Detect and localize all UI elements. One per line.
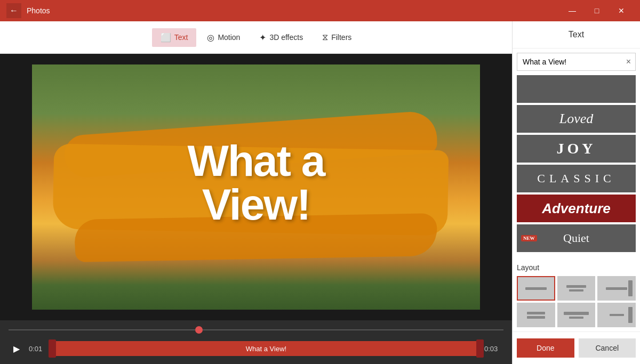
layout-bar-3 (606, 287, 628, 290)
end-time: 0:03 (484, 345, 503, 353)
layout-bar-4b (527, 316, 545, 319)
timeline-area: ▶ 0:01 What a View! 0:03 (0, 320, 512, 364)
clip-label: What a View! (246, 345, 286, 353)
style-quiet-button[interactable]: NEW Quiet (517, 224, 636, 252)
panel-content: × Loved JOY CLASSIC Adventure (513, 48, 640, 259)
layout-side-6 (628, 307, 633, 323)
layout-bar-2 (566, 285, 586, 288)
video-container: What aView! (32, 64, 480, 310)
titlebar: ← Photos — □ ✕ (0, 0, 640, 21)
timeline-controls: ▶ 0:01 What a View! 0:03 (9, 337, 503, 360)
layout-section: Layout (513, 259, 640, 331)
clip-handle-right[interactable] (476, 339, 484, 358)
layout-option-3[interactable] (597, 276, 636, 301)
style-joy-label: JOY (557, 140, 596, 157)
filters-tool-label: Filters (331, 33, 351, 42)
effects-icon: ✦ (259, 33, 266, 43)
back-icon: ← (10, 6, 18, 15)
app-title: Photos (27, 6, 555, 15)
layout-grid (517, 276, 636, 327)
layout-bar-1 (525, 287, 547, 290)
timeline-clip[interactable]: What a View! (52, 341, 480, 356)
video-overlay-text: What aView! (96, 139, 416, 227)
style-classic-button[interactable]: CLASSIC (517, 165, 636, 192)
filters-tool-button[interactable]: ⧖ Filters (314, 28, 360, 46)
filters-icon: ⧖ (322, 33, 328, 42)
style-blank-button[interactable] (517, 75, 636, 103)
maximize-button[interactable]: □ (585, 0, 609, 21)
clip-handle-left[interactable] (49, 339, 56, 358)
effects-tool-label: 3D effects (269, 33, 303, 42)
layout-option-4[interactable] (517, 303, 555, 327)
playhead[interactable] (195, 326, 203, 334)
style-adventure-label: Adventure (542, 200, 611, 217)
text-tool-label: Text (174, 33, 188, 42)
cancel-button[interactable]: Cancel (579, 338, 636, 358)
layout-bar-5 (564, 312, 589, 315)
layout-option-1[interactable] (517, 276, 555, 301)
new-badge: NEW (521, 235, 537, 241)
timeline-scrubber[interactable] (9, 325, 503, 335)
style-joy-button[interactable]: JOY (517, 135, 636, 163)
layout-bar-6 (610, 314, 624, 316)
toolbar: ⬜ Text ◎ Motion ✦ 3D effects ⧖ Filters (0, 21, 512, 54)
layout-label: Layout (517, 263, 636, 272)
layout-side-3 (628, 280, 633, 296)
start-time: 0:01 (29, 345, 48, 353)
effects-tool-button[interactable]: ✦ 3D effects (251, 28, 311, 47)
text-icon: ⬜ (161, 33, 171, 43)
window-controls: — □ ✕ (560, 0, 634, 21)
video-area: What aView! (0, 54, 512, 320)
play-button[interactable]: ▶ (9, 341, 25, 357)
style-quiet-label: Quiet (563, 231, 589, 245)
left-panel: ⬜ Text ◎ Motion ✦ 3D effects ⧖ Filters (0, 21, 512, 364)
motion-tool-label: Motion (218, 33, 240, 42)
motion-icon: ◎ (207, 33, 214, 43)
layout-bar-4 (527, 312, 545, 314)
layout-bar-5b (569, 317, 583, 319)
main-container: ⬜ Text ◎ Motion ✦ 3D effects ⧖ Filters (0, 21, 640, 364)
layout-option-2[interactable] (557, 276, 596, 301)
close-button[interactable]: ✕ (609, 0, 634, 21)
back-button[interactable]: ← (6, 3, 21, 18)
layout-option-6[interactable] (597, 303, 636, 327)
style-adventure-button[interactable]: Adventure (517, 195, 636, 222)
text-input[interactable] (517, 53, 622, 70)
done-button[interactable]: Done (517, 338, 574, 358)
panel-footer: Done Cancel (513, 331, 640, 364)
text-tool-button[interactable]: ⬜ Text (152, 28, 197, 47)
panel-title: Text (513, 21, 640, 48)
style-loved-button[interactable]: Loved (517, 105, 636, 133)
style-loved-label: Loved (559, 111, 594, 127)
text-input-row: × (517, 53, 636, 71)
minimize-button[interactable]: — (560, 0, 585, 21)
right-panel: Text × Loved JOY CLASSIC (512, 21, 640, 364)
style-classic-label: CLASSIC (537, 172, 615, 185)
motion-tool-button[interactable]: ◎ Motion (198, 28, 249, 47)
scrubber-track (9, 329, 503, 330)
layout-bar-2b (569, 289, 583, 292)
layout-option-5[interactable] (557, 303, 596, 327)
clear-button[interactable]: × (622, 55, 635, 69)
